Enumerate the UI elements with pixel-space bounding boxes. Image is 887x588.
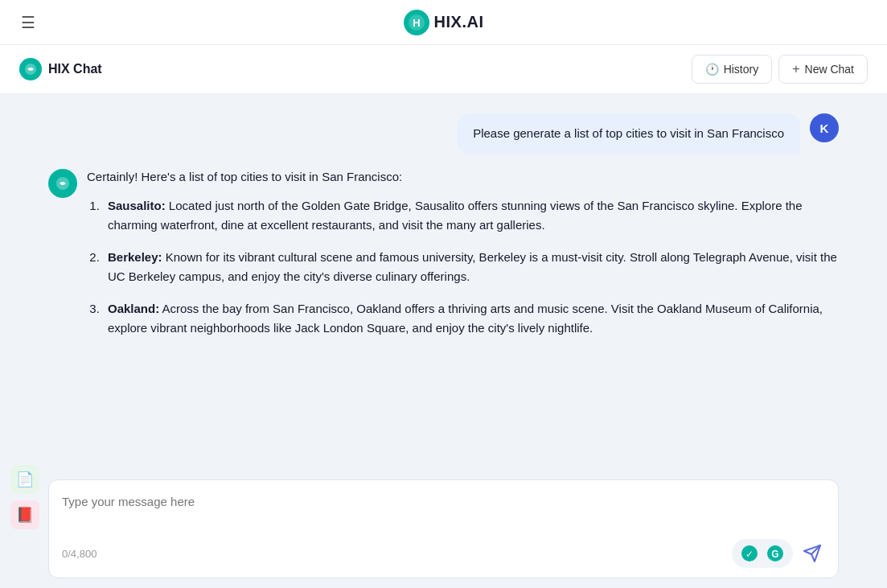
chat-title: HIX Chat xyxy=(48,62,102,76)
new-chat-button[interactable]: + New Chat xyxy=(778,55,868,84)
message-input[interactable] xyxy=(62,493,825,529)
svg-text:✓: ✓ xyxy=(745,549,754,560)
ai-intro-text: Certainly! Here's a list of top cities t… xyxy=(87,167,839,187)
history-clock-icon: 🕐 xyxy=(705,63,719,76)
header-actions: 🕐 History + New Chat xyxy=(692,55,868,84)
office-icon: 📕 xyxy=(16,506,34,524)
tool-btn-2[interactable]: G xyxy=(764,542,786,565)
char-count: 0/4,800 xyxy=(62,548,97,560)
topbar: ☰ H HIX.AI xyxy=(0,0,887,45)
user-message-row: Please generate a list of top cities to … xyxy=(48,113,839,154)
ai-list: Sausalito: Located just north of the Gol… xyxy=(87,196,839,338)
logo-area: H HIX.AI xyxy=(404,10,484,35)
new-chat-plus-icon: + xyxy=(792,62,799,76)
ai-content: Certainly! Here's a list of top cities t… xyxy=(87,167,839,338)
input-footer: 0/4,800 ✓ xyxy=(62,539,825,568)
doc-icon-button[interactable]: 📄 xyxy=(10,465,39,494)
history-button[interactable]: 🕐 History xyxy=(692,55,773,84)
item-1-body: Located just north of the Golden Gate Br… xyxy=(108,199,803,232)
input-box: 📄 📕 0/4,800 xyxy=(48,479,839,578)
item-2-title: Berkeley: xyxy=(108,250,162,264)
item-2-body: Known for its vibrant cultural scene and… xyxy=(108,250,837,283)
menu-button[interactable]: ☰ xyxy=(16,8,40,37)
history-label: History xyxy=(724,63,759,76)
chat-title-area: HIX Chat xyxy=(19,58,102,80)
office-icon-button[interactable]: 📕 xyxy=(10,500,39,529)
send-button[interactable] xyxy=(799,541,825,566)
doc-icon: 📄 xyxy=(16,471,34,488)
new-chat-label: New Chat xyxy=(805,63,854,76)
ai-avatar xyxy=(48,169,77,198)
chat-avatar-icon xyxy=(19,58,42,80)
ai-message-row: Certainly! Here's a list of top cities t… xyxy=(48,167,839,338)
tool-btn-1[interactable]: ✓ xyxy=(738,542,761,565)
logo-text: HIX.AI xyxy=(434,13,484,31)
input-area: 📄 📕 0/4,800 xyxy=(0,470,887,588)
svg-text:G: G xyxy=(771,549,778,560)
user-avatar-label: K xyxy=(820,121,829,135)
tool-icons: ✓ G xyxy=(732,539,793,568)
user-message-text: Please generate a list of top cities to … xyxy=(473,126,784,140)
list-item: Berkeley: Known for its vibrant cultural… xyxy=(103,248,839,286)
item-3-title: Oakland: xyxy=(108,302,159,315)
list-item: Sausalito: Located just north of the Gol… xyxy=(103,196,839,235)
input-actions: ✓ G xyxy=(732,539,825,568)
item-3-body: Across the bay from San Francisco, Oakla… xyxy=(108,302,823,335)
item-1-title: Sausalito: xyxy=(108,199,166,212)
menu-icon: ☰ xyxy=(21,13,35,32)
svg-text:H: H xyxy=(413,17,420,29)
user-avatar: K xyxy=(810,113,839,142)
chat-subheader: HIX Chat 🕐 History + New Chat xyxy=(0,45,887,94)
main-layout: HIX Chat 🕐 History + New Chat Please gen… xyxy=(0,45,887,588)
list-item: Oakland: Across the bay from San Francis… xyxy=(103,299,839,338)
user-bubble: Please generate a list of top cities to … xyxy=(457,113,800,154)
messages-area: Please generate a list of top cities to … xyxy=(0,94,887,470)
hix-logo-icon: H xyxy=(404,10,429,35)
chat-container: HIX Chat 🕐 History + New Chat Please gen… xyxy=(0,45,887,588)
